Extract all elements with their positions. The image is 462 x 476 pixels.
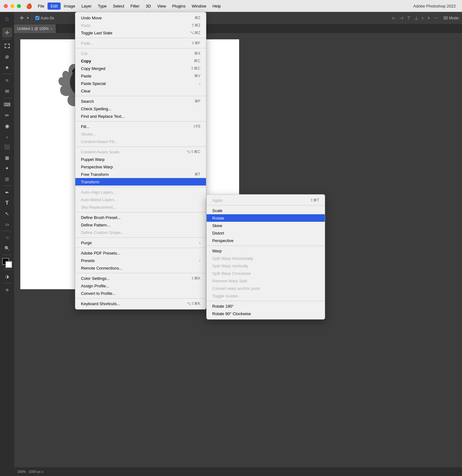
transform-rotate-90cw[interactable]: Rotate 90° Clockwise: [207, 310, 325, 317]
clone-button[interactable]: ◉: [2, 121, 12, 131]
hand-button[interactable]: ☜: [2, 233, 12, 243]
transform-remove-warp-split[interactable]: Remove Warp Split: [207, 277, 325, 285]
menu-define-brush[interactable]: Define Brush Preset...: [75, 214, 206, 221]
menu-3d[interactable]: 3D: [143, 2, 154, 10]
menu-select[interactable]: Select: [110, 2, 127, 10]
align-bottom-icon[interactable]: ⊧: [427, 14, 431, 22]
crop-tool-button[interactable]: ⌗: [2, 76, 12, 86]
minimize-button[interactable]: [10, 4, 14, 8]
pen-button[interactable]: ✒: [2, 187, 12, 197]
menu-window[interactable]: Window: [188, 2, 209, 10]
menu-define-pattern[interactable]: Define Pattern...: [75, 221, 206, 229]
healing-button[interactable]: ⌨: [2, 100, 12, 110]
menu-plugins[interactable]: Plugins: [169, 2, 189, 10]
type-button[interactable]: T: [2, 198, 12, 208]
menu-redo[interactable]: Redo ⇧⌘Z: [75, 22, 206, 29]
menu-undo-move[interactable]: Undo Move ⌘Z: [75, 14, 206, 22]
menu-stroke[interactable]: Stroke...: [75, 130, 206, 138]
menu-search[interactable]: Search ⌘F: [75, 97, 206, 105]
menu-sky-replacement[interactable]: Sky Replacement...: [75, 203, 206, 211]
ps-home-button[interactable]: ⌂: [0, 12, 14, 24]
menu-copy-merged[interactable]: Copy Merged ⇧⌘C: [75, 65, 206, 72]
menu-keyboard-shortcuts[interactable]: Keyboard Shortcuts... ⌥⇧⌘K: [75, 300, 206, 307]
close-button[interactable]: [4, 4, 8, 8]
menu-content-aware-scale[interactable]: Content-Aware Scale ⌥⇧⌘C: [75, 148, 206, 156]
tab-close-button[interactable]: ×: [51, 27, 53, 31]
menu-perspective-warp[interactable]: Perspective Warp: [75, 163, 206, 171]
menu-find-replace[interactable]: Find and Replace Text...: [75, 112, 206, 120]
menu-paste[interactable]: Paste ⌘V: [75, 72, 206, 80]
move-tool-dropdown[interactable]: ▾: [27, 16, 29, 20]
menu-filter[interactable]: Filter: [127, 2, 143, 10]
transform-split-warp-v[interactable]: Split Warp Vertically: [207, 262, 325, 270]
menu-fade[interactable]: Fade... ⇧⌘F: [75, 39, 206, 47]
menu-fill[interactable]: Fill... ⇧F5: [75, 123, 206, 130]
transform-perspective[interactable]: Perspective: [207, 237, 325, 244]
align-top-icon[interactable]: ⊥: [413, 14, 419, 22]
menu-assign-profile[interactable]: Assign Profile...: [75, 282, 206, 290]
transform-toggle-guides[interactable]: Toggle Guides: [207, 292, 325, 300]
background-color[interactable]: [5, 261, 12, 268]
transform-split-warp-h[interactable]: Split Warp Horizontally: [207, 255, 325, 262]
menu-file[interactable]: File: [35, 2, 48, 10]
history-button[interactable]: ⬦: [2, 131, 12, 141]
zoom-button[interactable]: 🔍: [2, 243, 12, 253]
auto-select-input[interactable]: [35, 16, 39, 20]
menu-layer[interactable]: Layer: [78, 2, 95, 10]
menu-view[interactable]: View: [154, 2, 169, 10]
transform-rotate[interactable]: Rotate: [207, 214, 325, 222]
menu-image[interactable]: Image: [61, 2, 78, 10]
gradient-button[interactable]: ▦: [2, 153, 12, 163]
align-right-icon[interactable]: ⊤: [406, 14, 412, 22]
menu-check-spelling[interactable]: Check Spelling...: [75, 105, 206, 112]
menu-clear[interactable]: Clear: [75, 87, 206, 95]
transform-skew[interactable]: Skew: [207, 222, 325, 229]
align-center-icon[interactable]: ⊣: [398, 14, 404, 22]
menu-help[interactable]: Help: [209, 2, 224, 10]
menu-adobe-pdf-presets[interactable]: Adobe PDF Presets...: [75, 249, 206, 257]
path-selection-button[interactable]: ↖: [2, 209, 12, 219]
menu-convert-to-profile[interactable]: Convert to Profile...: [75, 290, 206, 297]
dodge-button[interactable]: ◎: [2, 174, 12, 184]
lasso-tool-button[interactable]: ⌀: [2, 52, 12, 62]
marquee-tool-button[interactable]: [2, 41, 12, 51]
shape-button[interactable]: ▭: [2, 219, 12, 229]
menu-define-custom-shape[interactable]: Define Custom Shape...: [75, 229, 206, 236]
distribute-icon[interactable]: ⋯: [433, 14, 439, 22]
transform-split-warp-crosswise[interactable]: Split Warp Crosswise: [207, 270, 325, 277]
menu-type[interactable]: Type: [95, 2, 110, 10]
eyedropper-button[interactable]: ✉: [2, 86, 12, 96]
transform-rotate-180[interactable]: Rotate 180°: [207, 302, 325, 310]
maximize-button[interactable]: [17, 4, 21, 8]
menu-auto-blend-layers[interactable]: Auto-Blend Layers...: [75, 196, 206, 203]
quick-mask-button[interactable]: ◑: [2, 271, 12, 281]
brush-button[interactable]: ✏: [2, 110, 12, 120]
menu-puppet-warp[interactable]: Puppet Warp: [75, 156, 206, 163]
menu-copy[interactable]: Copy ⌘C: [75, 57, 206, 65]
eraser-button[interactable]: ⬛: [2, 142, 12, 152]
quick-select-button[interactable]: ◈: [2, 62, 12, 72]
align-left-icon[interactable]: ⊢: [391, 14, 397, 22]
transform-convert-warp-anchor[interactable]: Convert warp anchor point: [207, 285, 325, 292]
menu-toggle-last-state[interactable]: Toggle Last State ⌥⌘Z: [75, 29, 206, 37]
menu-presets[interactable]: Presets ›: [75, 257, 206, 264]
document-tab[interactable]: Untitled-1 @ 100% ×: [14, 24, 56, 33]
menu-content-aware-fill[interactable]: Content-Aware Fill...: [75, 138, 206, 145]
align-middle-icon[interactable]: ⊦: [421, 14, 425, 22]
menu-auto-align-layers[interactable]: Auto-Align Layers...: [75, 188, 206, 196]
menu-color-settings[interactable]: Color Settings... ⇧⌘K: [75, 275, 206, 282]
auto-select-checkbox[interactable]: Auto-Se: [35, 16, 54, 20]
blur-button[interactable]: ✦: [2, 163, 12, 173]
transform-distort[interactable]: Distort: [207, 229, 325, 237]
menu-free-transform[interactable]: Free Transform ⌘T: [75, 171, 206, 178]
menu-transform[interactable]: Transform ›: [75, 178, 206, 186]
transform-warp[interactable]: Warp: [207, 247, 325, 255]
transform-scale[interactable]: Scale: [207, 207, 325, 214]
menu-remote-connections[interactable]: Remote Connections...: [75, 264, 206, 272]
menu-purge[interactable]: Purge ›: [75, 239, 206, 246]
transform-again[interactable]: Again ⇧⌘T: [207, 196, 325, 204]
menu-cut[interactable]: Cut ⌘X: [75, 50, 206, 57]
color-swatches[interactable]: [2, 258, 12, 268]
apple-menu[interactable]: 🍎: [26, 3, 32, 9]
move-tool-button[interactable]: ✛: [2, 27, 12, 37]
